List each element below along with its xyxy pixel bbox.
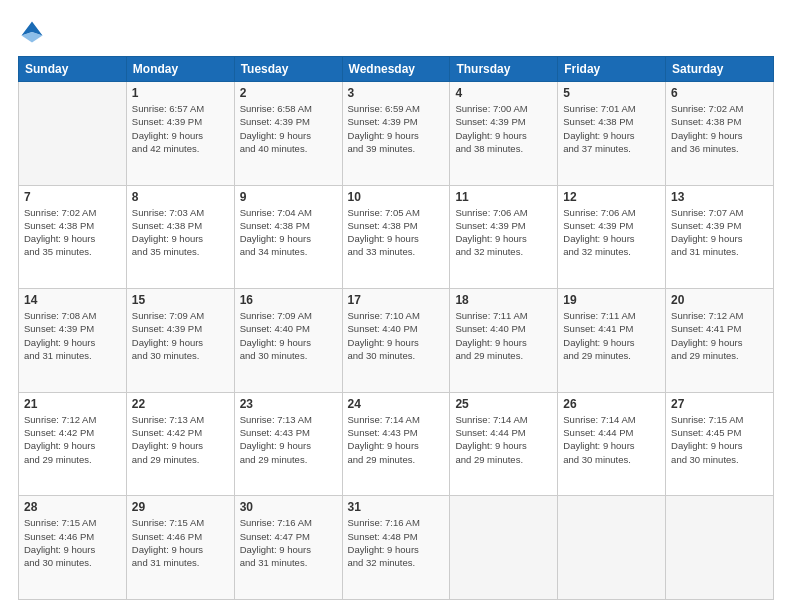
weekday-header-saturday: Saturday: [666, 57, 774, 82]
day-cell: 30Sunrise: 7:16 AMSunset: 4:47 PMDayligh…: [234, 496, 342, 600]
day-number: 5: [563, 86, 660, 100]
day-cell: 28Sunrise: 7:15 AMSunset: 4:46 PMDayligh…: [19, 496, 127, 600]
day-info: Sunrise: 7:04 AMSunset: 4:38 PMDaylight:…: [240, 206, 337, 259]
weekday-header-tuesday: Tuesday: [234, 57, 342, 82]
week-row-4: 21Sunrise: 7:12 AMSunset: 4:42 PMDayligh…: [19, 392, 774, 496]
day-number: 4: [455, 86, 552, 100]
day-cell: 29Sunrise: 7:15 AMSunset: 4:46 PMDayligh…: [126, 496, 234, 600]
day-cell: 27Sunrise: 7:15 AMSunset: 4:45 PMDayligh…: [666, 392, 774, 496]
day-cell: [666, 496, 774, 600]
day-cell: [450, 496, 558, 600]
day-cell: [19, 82, 127, 186]
day-number: 6: [671, 86, 768, 100]
day-cell: 25Sunrise: 7:14 AMSunset: 4:44 PMDayligh…: [450, 392, 558, 496]
day-cell: 22Sunrise: 7:13 AMSunset: 4:42 PMDayligh…: [126, 392, 234, 496]
day-number: 2: [240, 86, 337, 100]
weekday-header-monday: Monday: [126, 57, 234, 82]
day-number: 21: [24, 397, 121, 411]
day-number: 1: [132, 86, 229, 100]
weekday-header-thursday: Thursday: [450, 57, 558, 82]
weekday-header-row: SundayMondayTuesdayWednesdayThursdayFrid…: [19, 57, 774, 82]
day-info: Sunrise: 7:11 AMSunset: 4:41 PMDaylight:…: [563, 309, 660, 362]
day-number: 27: [671, 397, 768, 411]
day-number: 31: [348, 500, 445, 514]
day-info: Sunrise: 7:15 AMSunset: 4:46 PMDaylight:…: [132, 516, 229, 569]
weekday-header-friday: Friday: [558, 57, 666, 82]
day-cell: 16Sunrise: 7:09 AMSunset: 4:40 PMDayligh…: [234, 289, 342, 393]
day-number: 23: [240, 397, 337, 411]
day-number: 25: [455, 397, 552, 411]
day-cell: 1Sunrise: 6:57 AMSunset: 4:39 PMDaylight…: [126, 82, 234, 186]
week-row-2: 7Sunrise: 7:02 AMSunset: 4:38 PMDaylight…: [19, 185, 774, 289]
day-number: 26: [563, 397, 660, 411]
day-number: 11: [455, 190, 552, 204]
day-number: 29: [132, 500, 229, 514]
day-cell: 17Sunrise: 7:10 AMSunset: 4:40 PMDayligh…: [342, 289, 450, 393]
day-info: Sunrise: 7:15 AMSunset: 4:46 PMDaylight:…: [24, 516, 121, 569]
day-cell: 19Sunrise: 7:11 AMSunset: 4:41 PMDayligh…: [558, 289, 666, 393]
day-info: Sunrise: 7:12 AMSunset: 4:41 PMDaylight:…: [671, 309, 768, 362]
week-row-3: 14Sunrise: 7:08 AMSunset: 4:39 PMDayligh…: [19, 289, 774, 393]
day-cell: [558, 496, 666, 600]
day-info: Sunrise: 7:13 AMSunset: 4:43 PMDaylight:…: [240, 413, 337, 466]
day-cell: 7Sunrise: 7:02 AMSunset: 4:38 PMDaylight…: [19, 185, 127, 289]
day-cell: 26Sunrise: 7:14 AMSunset: 4:44 PMDayligh…: [558, 392, 666, 496]
logo-icon: [18, 18, 46, 46]
day-number: 7: [24, 190, 121, 204]
day-cell: 3Sunrise: 6:59 AMSunset: 4:39 PMDaylight…: [342, 82, 450, 186]
day-cell: 10Sunrise: 7:05 AMSunset: 4:38 PMDayligh…: [342, 185, 450, 289]
day-info: Sunrise: 7:07 AMSunset: 4:39 PMDaylight:…: [671, 206, 768, 259]
day-info: Sunrise: 7:15 AMSunset: 4:45 PMDaylight:…: [671, 413, 768, 466]
day-number: 14: [24, 293, 121, 307]
weekday-header-sunday: Sunday: [19, 57, 127, 82]
day-cell: 9Sunrise: 7:04 AMSunset: 4:38 PMDaylight…: [234, 185, 342, 289]
day-number: 19: [563, 293, 660, 307]
day-info: Sunrise: 7:00 AMSunset: 4:39 PMDaylight:…: [455, 102, 552, 155]
day-info: Sunrise: 7:14 AMSunset: 4:43 PMDaylight:…: [348, 413, 445, 466]
day-number: 24: [348, 397, 445, 411]
day-info: Sunrise: 7:16 AMSunset: 4:48 PMDaylight:…: [348, 516, 445, 569]
day-cell: 13Sunrise: 7:07 AMSunset: 4:39 PMDayligh…: [666, 185, 774, 289]
day-info: Sunrise: 7:09 AMSunset: 4:40 PMDaylight:…: [240, 309, 337, 362]
day-info: Sunrise: 7:14 AMSunset: 4:44 PMDaylight:…: [455, 413, 552, 466]
day-cell: 18Sunrise: 7:11 AMSunset: 4:40 PMDayligh…: [450, 289, 558, 393]
day-info: Sunrise: 7:11 AMSunset: 4:40 PMDaylight:…: [455, 309, 552, 362]
day-number: 10: [348, 190, 445, 204]
day-info: Sunrise: 7:01 AMSunset: 4:38 PMDaylight:…: [563, 102, 660, 155]
day-info: Sunrise: 6:59 AMSunset: 4:39 PMDaylight:…: [348, 102, 445, 155]
day-info: Sunrise: 6:57 AMSunset: 4:39 PMDaylight:…: [132, 102, 229, 155]
week-row-1: 1Sunrise: 6:57 AMSunset: 4:39 PMDaylight…: [19, 82, 774, 186]
day-number: 22: [132, 397, 229, 411]
day-info: Sunrise: 7:10 AMSunset: 4:40 PMDaylight:…: [348, 309, 445, 362]
day-number: 16: [240, 293, 337, 307]
day-cell: 21Sunrise: 7:12 AMSunset: 4:42 PMDayligh…: [19, 392, 127, 496]
day-info: Sunrise: 7:05 AMSunset: 4:38 PMDaylight:…: [348, 206, 445, 259]
day-number: 12: [563, 190, 660, 204]
day-info: Sunrise: 7:13 AMSunset: 4:42 PMDaylight:…: [132, 413, 229, 466]
day-cell: 31Sunrise: 7:16 AMSunset: 4:48 PMDayligh…: [342, 496, 450, 600]
day-number: 20: [671, 293, 768, 307]
day-number: 18: [455, 293, 552, 307]
day-info: Sunrise: 7:06 AMSunset: 4:39 PMDaylight:…: [563, 206, 660, 259]
day-cell: 5Sunrise: 7:01 AMSunset: 4:38 PMDaylight…: [558, 82, 666, 186]
day-number: 3: [348, 86, 445, 100]
day-info: Sunrise: 7:09 AMSunset: 4:39 PMDaylight:…: [132, 309, 229, 362]
day-cell: 12Sunrise: 7:06 AMSunset: 4:39 PMDayligh…: [558, 185, 666, 289]
day-cell: 24Sunrise: 7:14 AMSunset: 4:43 PMDayligh…: [342, 392, 450, 496]
day-info: Sunrise: 7:16 AMSunset: 4:47 PMDaylight:…: [240, 516, 337, 569]
day-info: Sunrise: 7:02 AMSunset: 4:38 PMDaylight:…: [24, 206, 121, 259]
day-number: 15: [132, 293, 229, 307]
day-cell: 2Sunrise: 6:58 AMSunset: 4:39 PMDaylight…: [234, 82, 342, 186]
day-info: Sunrise: 7:08 AMSunset: 4:39 PMDaylight:…: [24, 309, 121, 362]
header: [18, 18, 774, 46]
day-cell: 11Sunrise: 7:06 AMSunset: 4:39 PMDayligh…: [450, 185, 558, 289]
week-row-5: 28Sunrise: 7:15 AMSunset: 4:46 PMDayligh…: [19, 496, 774, 600]
day-info: Sunrise: 7:02 AMSunset: 4:38 PMDaylight:…: [671, 102, 768, 155]
day-info: Sunrise: 7:14 AMSunset: 4:44 PMDaylight:…: [563, 413, 660, 466]
day-number: 9: [240, 190, 337, 204]
day-cell: 23Sunrise: 7:13 AMSunset: 4:43 PMDayligh…: [234, 392, 342, 496]
page: SundayMondayTuesdayWednesdayThursdayFrid…: [0, 0, 792, 612]
day-cell: 8Sunrise: 7:03 AMSunset: 4:38 PMDaylight…: [126, 185, 234, 289]
day-info: Sunrise: 7:03 AMSunset: 4:38 PMDaylight:…: [132, 206, 229, 259]
day-info: Sunrise: 6:58 AMSunset: 4:39 PMDaylight:…: [240, 102, 337, 155]
